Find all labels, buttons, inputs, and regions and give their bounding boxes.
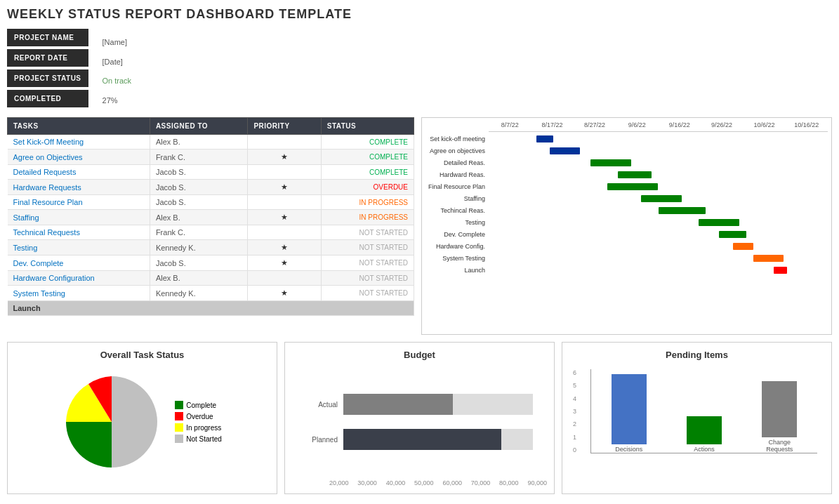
status-cell: COMPLETE [321, 165, 414, 180]
gantt-track [489, 195, 828, 202]
gantt-bar [550, 147, 580, 154]
gantt-date-label: 8/17/22 [531, 121, 573, 128]
task-name-cell: Final Resource Plan [8, 195, 150, 210]
table-row: Agree on Objectives Frank C. ★ COMPLETE [8, 150, 414, 165]
gantt-task-label: Set kick-off meeting [425, 135, 489, 142]
gantt-task-label: Detailed Reas. [425, 159, 489, 166]
assignee-cell: Frank C. [150, 225, 248, 240]
budget-chart: Budget ActualPlanned 20,00030,00040,0005… [284, 342, 555, 494]
gantt-row: Detailed Reas. [425, 157, 828, 168]
gantt-task-label: Final Resource Plan [425, 183, 489, 190]
gantt-task-label: Hardware Config. [425, 243, 489, 250]
gantt-bar [659, 207, 706, 214]
legend-item: In progress [175, 423, 222, 432]
budget-title: Budget [292, 350, 547, 360]
pending-title: Pending Items [569, 350, 824, 360]
task-name-cell: Hardware Requests [8, 180, 150, 195]
legend-color [175, 401, 183, 409]
completed-row: COMPLETED [7, 90, 88, 107]
task-name-cell: Staffing [8, 210, 150, 225]
gantt-section: 8/7/228/17/228/27/229/6/229/16/229/26/22… [421, 117, 832, 335]
project-name-value: [Name] [103, 34, 132, 50]
status-cell: NOT STARTED [321, 271, 414, 286]
gantt-date-label: 9/16/22 [659, 121, 701, 128]
legend-label: Not Started [186, 435, 222, 443]
bottom-section: Overall Task Status CompleteOverdueIn pr… [7, 342, 832, 494]
gantt-date-label: 9/26/22 [701, 121, 743, 128]
y-axis-label: 3 [573, 408, 576, 415]
assignee-cell: Jacob S. [150, 195, 248, 210]
gantt-bar [719, 231, 746, 238]
gantt-task-label: Launch [425, 267, 489, 274]
y-axis-label: 5 [573, 382, 576, 389]
gantt-date-label: 10/16/22 [786, 121, 828, 128]
col-status: STATUS [321, 118, 414, 135]
gantt-date-label: 8/7/22 [489, 121, 531, 128]
priority-cell [248, 165, 321, 180]
budget-axis-label: 30,000 [357, 479, 377, 486]
pending-items-chart: Pending Items 6543210 DecisionsActionsCh… [562, 342, 832, 494]
gantt-track [489, 135, 828, 142]
assignee-cell: Jacob S. [150, 165, 248, 180]
gantt-task-label: Hardward Reas. [425, 171, 489, 178]
task-name-cell: Dev. Complete [8, 256, 150, 271]
gantt-row: Hardward Reas. [425, 169, 828, 180]
gantt-bar [774, 267, 787, 274]
project-name-label: PROJECT NAME [7, 29, 88, 46]
pending-bars: DecisionsActionsChangeRequests [590, 369, 817, 453]
budget-bar-area: ActualPlanned [292, 366, 547, 478]
gantt-task-label: Techincal Reas. [425, 207, 489, 214]
table-row: Hardware Configuration Alex B. NOT START… [8, 271, 414, 286]
info-block: PROJECT NAME REPORT DATE PROJECT STATUS … [7, 29, 88, 110]
task-status-title: Overall Task Status [15, 350, 270, 360]
launch-cell: Launch [8, 301, 414, 316]
legend-item: Complete [175, 401, 222, 409]
pending-bar-group: Actions [687, 416, 722, 453]
assignee-cell: Frank C. [150, 150, 248, 165]
budget-row-label: Actual [306, 401, 338, 409]
gantt-row: Dev. Complete [425, 229, 828, 240]
assignee-cell: Jacob S. [150, 256, 248, 271]
budget-row: Planned [306, 429, 533, 450]
top-section: PROJECT NAME REPORT DATE PROJECT STATUS … [7, 29, 832, 110]
pending-bar-group: Decisions [612, 374, 647, 453]
task-status-chart: Overall Task Status CompleteOverdueIn pr… [7, 342, 277, 494]
gantt-header: 8/7/228/17/228/27/229/6/229/16/229/26/22… [489, 121, 828, 132]
budget-axis-label: 60,000 [442, 479, 462, 486]
gantt-task-label: System Testing [425, 255, 489, 262]
priority-cell: ★ [248, 256, 321, 271]
report-date-label: REPORT DATE [7, 49, 88, 67]
status-cell: OVERDUE [321, 180, 414, 195]
tasks-section: TASKS ASSIGNED TO PRIORITY STATUS Set Ki… [7, 117, 414, 335]
gantt-track [489, 171, 828, 178]
task-name-cell: Hardware Configuration [8, 271, 150, 286]
gantt-bar [753, 255, 784, 262]
y-axis-label: 1 [573, 434, 576, 441]
table-row: Technical Requests Frank C. NOT STARTED [8, 225, 414, 240]
col-tasks: TASKS [8, 118, 150, 135]
completed-label: COMPLETED [7, 90, 88, 107]
pending-bar-group: ChangeRequests [762, 381, 797, 453]
gantt-track [489, 267, 828, 274]
y-axis-label: 2 [573, 420, 576, 427]
budget-axis-label: 70,000 [471, 479, 491, 486]
legend-label: Overdue [186, 413, 213, 420]
pending-bar-label: ChangeRequests [766, 439, 793, 453]
gantt-row: Launch [425, 265, 828, 276]
gantt-bar [641, 195, 682, 202]
gantt-bar [607, 183, 658, 190]
gantt-bar [590, 159, 631, 166]
priority-cell: ★ [248, 180, 321, 195]
status-cell: NOT STARTED [321, 256, 414, 271]
task-name-cell: Testing [8, 240, 150, 256]
gantt-row: Set kick-off meeting [425, 133, 828, 145]
gantt-track [489, 147, 828, 154]
status-cell: NOT STARTED [321, 225, 414, 240]
assignee-cell: Alex B. [150, 271, 248, 286]
status-cell: COMPLETE [321, 150, 414, 165]
priority-cell [248, 271, 321, 286]
budget-axis-label: 40,000 [386, 479, 406, 486]
status-cell: IN PROGRESS [321, 210, 414, 225]
status-cell: IN PROGRESS [321, 195, 414, 210]
gantt-task-label: Agree on objectives [425, 147, 489, 154]
